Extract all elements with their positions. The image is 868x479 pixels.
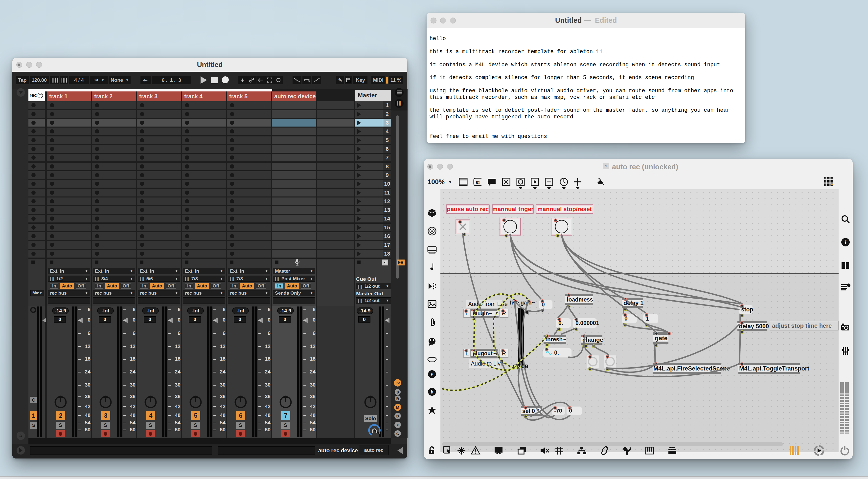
svg-text:i: i [845, 239, 846, 246]
svg-text:b: b [431, 388, 434, 395]
svg-text:m: m [476, 179, 480, 185]
svg-text:v: v [431, 371, 433, 377]
